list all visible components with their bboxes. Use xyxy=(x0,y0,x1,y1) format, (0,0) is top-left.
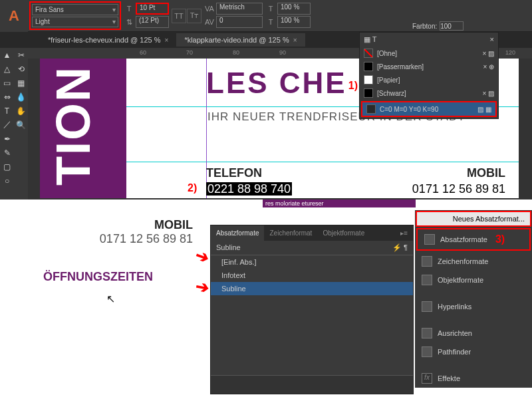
pencil-tool-icon[interactable]: ✎ xyxy=(0,146,14,160)
swatches-panel: ▦ T× [Ohne]× ▨ [Passermarken]× ⊕ [Papier… xyxy=(359,32,499,119)
allcaps-icon[interactable]: TT xyxy=(172,9,186,23)
control-bar: A Fira Sans Light T 10 Pt ⇅ (12 Pt) TT T… xyxy=(0,0,532,32)
rect-tool-icon[interactable]: ▢ xyxy=(0,160,14,174)
kerning-icon: VA xyxy=(204,3,215,14)
scaley-input[interactable]: 100 % xyxy=(277,16,311,28)
page-tool-icon[interactable]: ▭ xyxy=(0,76,14,90)
rotated-headline: TION xyxy=(46,66,100,186)
toolbox: ▲ △ ▭ ⇔ T ／ ✒ ✎ ▢ ○ ✂ ⟲ ▦ 💧 ✋ 🔍 xyxy=(0,48,28,201)
lower-mobil-block: MOBIL 0171 12 56 89 81 xyxy=(100,218,193,246)
kerning-input[interactable]: Metrisch xyxy=(216,3,263,15)
font-weight-dropdown[interactable]: Light xyxy=(32,17,118,28)
leading-icon: ⇅ xyxy=(124,17,134,27)
tracking-input[interactable]: 0 xyxy=(216,16,263,28)
telefon-label: TELEFON xyxy=(206,166,262,180)
line-tool-icon[interactable]: ／ xyxy=(0,118,14,132)
font-controls-highlight: Fira Sans Light xyxy=(29,1,121,30)
side-absatzformate[interactable]: Absatzformate3) xyxy=(416,228,531,251)
red-arrow-icon: ➔ xyxy=(193,245,211,267)
panel-menu-icon[interactable]: ▸≡ xyxy=(395,225,413,241)
tab-objektformate[interactable]: Objektformate xyxy=(317,225,370,241)
scissors-icon[interactable]: ✂ xyxy=(14,48,28,62)
hand-tool-icon[interactable]: ✋ xyxy=(14,104,28,118)
side-panels: Neues Absatzformat... Absatzformate3) Ze… xyxy=(415,210,532,388)
pen-tool-icon[interactable]: ✒ xyxy=(0,132,14,146)
side-hyperlinks[interactable]: Hyperlinks xyxy=(415,297,532,316)
font-size-input[interactable]: 10 Pt xyxy=(136,3,169,15)
headline-text[interactable]: LES CHE xyxy=(206,66,347,100)
side-effekte[interactable]: fxEffekte xyxy=(415,369,532,388)
side-objektformate[interactable]: Objektformate xyxy=(415,271,532,289)
eyedropper-icon[interactable]: 💧 xyxy=(14,90,28,104)
tint-control: Farbton: xyxy=(412,21,464,31)
panel-footer xyxy=(211,375,413,394)
gradient-icon[interactable]: ▦ xyxy=(14,76,28,90)
cursor-icon: ↖ xyxy=(106,293,115,305)
scaley-icon: T xyxy=(265,17,276,27)
swatch-k90[interactable]: C=0 M=0 Y=0 K=90▨ ▦ xyxy=(361,101,497,117)
tint-input[interactable] xyxy=(440,21,464,31)
swatch-none[interactable]: [Ohne]× ▨ xyxy=(360,47,498,60)
scalex-icon: T xyxy=(265,3,276,14)
close-icon[interactable]: × xyxy=(293,37,297,44)
smallcaps-icon[interactable]: Tᴛ xyxy=(187,9,201,23)
ellipse-tool-icon[interactable]: ○ xyxy=(0,174,14,188)
bolt-icon[interactable]: ⚡ ¶ xyxy=(392,243,408,252)
zoom-tool-icon[interactable]: 🔍 xyxy=(14,118,28,132)
tab-zeichenformat[interactable]: Zeichenformat xyxy=(264,225,317,241)
annotation-2: 2) xyxy=(188,182,197,194)
character-mode-icon[interactable]: A xyxy=(0,0,28,32)
mobil-label: MOBIL xyxy=(467,166,505,180)
font-family-dropdown[interactable]: Fira Sans xyxy=(32,4,118,15)
paragraph-styles-panel: Absatzformate Zeichenformat Objektformat… xyxy=(210,225,414,394)
swatch-black[interactable]: [Schwarz]× ▨ xyxy=(360,86,498,100)
side-ausrichten[interactable]: Ausrichten xyxy=(415,324,532,342)
style-infotext[interactable]: Infotext xyxy=(211,269,413,282)
scalex-input[interactable]: 100 % xyxy=(277,3,311,15)
swatch-registration[interactable]: [Passermarken]× ⊕ xyxy=(360,60,498,73)
tab-absatzformate[interactable]: Absatzformate xyxy=(211,225,264,241)
red-arrow-icon: ➔ xyxy=(194,277,211,297)
mobil-number: 0171 12 56 89 81 xyxy=(412,182,505,196)
purple-block: TION xyxy=(40,59,126,198)
side-zeichenformate[interactable]: Zeichenformate xyxy=(415,252,532,271)
close-icon[interactable]: × xyxy=(165,37,169,44)
transform-icon[interactable]: ⟲ xyxy=(14,62,28,76)
panel-close-icon[interactable]: × xyxy=(490,35,494,44)
lower-purple-bar: res moloriate etureser xyxy=(263,200,416,207)
opening-hours-label[interactable]: ÖFFNUNGSZEITEN xyxy=(43,270,153,284)
telefon-number[interactable]: 0221 88 98 740 xyxy=(206,182,292,196)
tab-friseur[interactable]: *friseur-les-cheveux.indd @ 125 %× xyxy=(40,33,176,47)
gap-tool-icon[interactable]: ⇔ xyxy=(0,90,14,104)
annotation-1: 1) xyxy=(348,80,358,92)
font-size-icon: T xyxy=(124,3,134,14)
side-pathfinder[interactable]: Pathfinder xyxy=(415,342,532,361)
panel-subtitle: Subline⚡ ¶ xyxy=(211,241,413,255)
type-tool-icon[interactable]: T xyxy=(0,104,14,118)
leading-input[interactable]: (12 Pt) xyxy=(136,16,169,28)
tracking-icon: AV xyxy=(204,17,215,27)
selection-tool-icon[interactable]: ▲ xyxy=(0,48,14,62)
tab-klappkarte[interactable]: *klappkarte-video.indd @ 125 %× xyxy=(176,33,305,47)
style-subline[interactable]: Subline xyxy=(211,282,413,295)
direct-select-icon[interactable]: △ xyxy=(0,62,14,76)
swatch-paper[interactable]: [Papier] xyxy=(360,73,498,86)
swatches-header: ▦ T× xyxy=(360,33,498,47)
new-paragraph-style[interactable]: Neues Absatzformat... xyxy=(416,211,531,227)
style-einf-abs[interactable]: [Einf. Abs.] xyxy=(211,255,413,269)
